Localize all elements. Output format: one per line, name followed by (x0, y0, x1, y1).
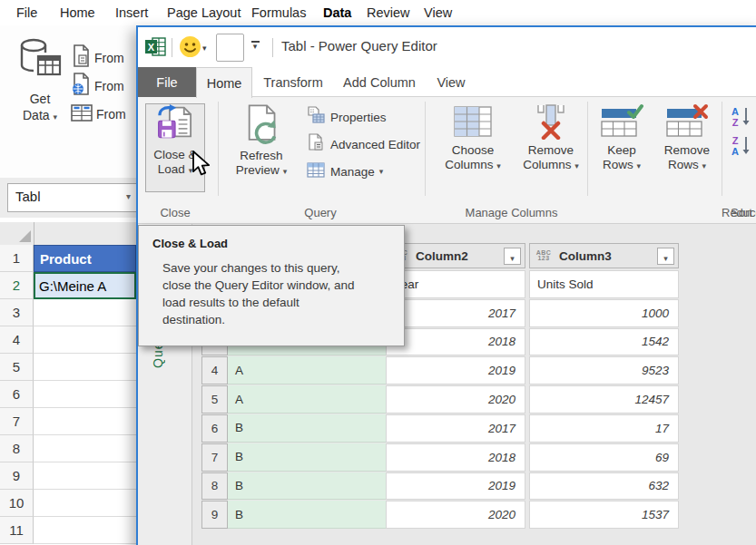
excel-row-number[interactable]: 3 (0, 299, 34, 326)
row-number[interactable]: 9 (201, 501, 228, 529)
cell-column2[interactable]: 2020 (386, 501, 525, 529)
cell-column3[interactable]: 9523 (529, 356, 679, 384)
excel-cell[interactable] (34, 381, 136, 408)
advanced-editor-button[interactable]: Advanced Editor (307, 132, 420, 156)
excel-tab-formulas[interactable]: Formulas (251, 5, 306, 20)
row-number[interactable]: 7 (201, 443, 228, 472)
qat-caret-icon: ▾ (250, 43, 260, 50)
cell-column1[interactable]: B (228, 501, 386, 529)
excel-row-number[interactable]: 8 (0, 435, 34, 462)
row-number[interactable]: 5 (201, 385, 228, 414)
remove-columns-button[interactable]: Remove Columns ▾ (515, 103, 587, 173)
cell-column3[interactable]: 1542 (529, 328, 679, 356)
smiley-caret-icon: ▾ (202, 44, 207, 53)
excel-cell[interactable] (34, 462, 136, 490)
pq-tab-add-column[interactable]: Add Column (341, 67, 417, 97)
excel-tab-page-layout[interactable]: Page Layout (167, 5, 241, 20)
excel-tab-insert[interactable]: Insert (115, 5, 148, 20)
cell-column2[interactable]: 2017 (386, 299, 525, 327)
select-all-corner[interactable] (0, 222, 34, 245)
feedback-smiley-button[interactable] (179, 35, 201, 62)
excel-tab-view[interactable]: View (424, 5, 452, 20)
pq-tab-view[interactable]: View (432, 67, 470, 97)
cell-column1[interactable]: A (228, 356, 386, 384)
excel-tab-file[interactable]: File (16, 5, 37, 20)
remove-rows-button[interactable]: Remove Rows ▾ (653, 103, 722, 173)
excel-tab-home[interactable]: Home (60, 5, 95, 20)
excel-row-number[interactable]: 5 (0, 354, 34, 381)
cell-column3[interactable]: 632 (529, 472, 679, 501)
excel-cell[interactable] (34, 435, 136, 462)
excel-row-number[interactable]: 11 (0, 517, 34, 544)
cell-column2[interactable]: 2017 (386, 414, 525, 443)
cell-column2[interactable]: 2018 (386, 443, 525, 472)
get-data-button[interactable]: Get Data ▾ (9, 38, 71, 145)
excel-ribbon-tabbar: File Home Insert Page Layout Formulas Da… (0, 0, 756, 25)
excel-cell[interactable] (34, 490, 136, 517)
cell-column3[interactable]: 17 (529, 414, 679, 443)
excel-row-number[interactable]: 4 (0, 326, 34, 354)
column2-filter-button[interactable]: ▾ (504, 248, 521, 265)
from-web-button[interactable]: From (71, 73, 124, 99)
cell-column2[interactable]: 2019 (386, 356, 525, 384)
name-box[interactable]: Tabl ▾ (7, 183, 137, 212)
excel-cell-a1[interactable]: Product (34, 245, 136, 272)
dropdown-caret-icon: ▾ (637, 161, 642, 170)
keep-rows-button[interactable]: Keep Rows ▾ (594, 103, 650, 173)
cell-column3[interactable]: Units Sold (529, 270, 679, 298)
cell-column1[interactable]: B (228, 472, 386, 501)
column2-header[interactable]: ABC123 Column2 ▾ (386, 243, 525, 268)
from-text-csv-button[interactable]: From (71, 45, 124, 71)
row-number[interactable]: 6 (201, 414, 228, 443)
excel-tab-review[interactable]: Review (367, 5, 410, 20)
column3-name: Column3 (559, 249, 612, 263)
sort-descending-button[interactable]: Z A (730, 134, 756, 158)
excel-tab-data[interactable]: Data (323, 5, 351, 20)
cell-column2[interactable]: 2020 (386, 385, 525, 414)
cell-column3[interactable]: 1537 (529, 501, 679, 529)
excel-cell[interactable] (34, 354, 136, 381)
column3-filter-button[interactable]: ▾ (657, 248, 674, 265)
pq-tab-transform[interactable]: Transform (261, 67, 325, 97)
excel-row-number[interactable]: 1 (0, 245, 34, 272)
row-number[interactable]: 8 (201, 472, 228, 501)
cell-column1[interactable]: B (228, 443, 386, 472)
refresh-preview-button[interactable]: Refresh Preview ▾ (225, 103, 298, 179)
excel-cell[interactable] (34, 299, 136, 326)
properties-icon (307, 106, 325, 128)
choose-columns-button[interactable]: Choose Columns ▾ (436, 103, 510, 173)
excel-cell[interactable] (34, 517, 136, 544)
sort-ascending-button[interactable]: A Z (730, 105, 756, 129)
cell-column2[interactable]: Year (386, 270, 525, 298)
row-number[interactable]: 4 (201, 356, 228, 384)
excel-row-number[interactable]: 6 (0, 381, 34, 408)
group-separator (587, 102, 588, 196)
cell-column1[interactable]: B (228, 414, 386, 443)
refresh-label-1: Refresh (225, 149, 298, 163)
excel-cell[interactable] (34, 326, 136, 354)
cell-column1[interactable]: A (228, 385, 386, 414)
cell-column3[interactable]: 69 (529, 443, 679, 472)
cell-column2[interactable]: 2019 (386, 472, 525, 501)
pq-tab-home[interactable]: Home (196, 67, 252, 98)
quick-access-button[interactable] (216, 34, 244, 62)
advanced-editor-label: Advanced Editor (330, 138, 420, 151)
quick-access-customize-button[interactable]: ▾ (250, 41, 260, 50)
from-table-range-button[interactable]: From (71, 102, 126, 127)
remove-rows-icon (665, 127, 709, 142)
excel-cell-a2-selected[interactable]: G:\Meine A (34, 272, 136, 299)
column3-header[interactable]: ABC123 Column3 ▾ (529, 243, 679, 268)
manage-button[interactable]: Manage ▾ (307, 160, 383, 183)
cell-column2[interactable]: 2018 (386, 328, 525, 356)
excel-row-number[interactable]: 7 (0, 408, 34, 435)
pq-ribbon: Close & Load ▾ Close Refresh Preview ▾ (138, 97, 756, 224)
excel-row-number[interactable]: 10 (0, 490, 34, 517)
excel-cell[interactable] (34, 408, 136, 435)
cell-column3[interactable]: 1000 (529, 299, 679, 327)
cell-column3[interactable]: 12457 (529, 385, 679, 414)
excel-row-number[interactable]: 9 (0, 462, 34, 490)
pq-tab-file[interactable]: File (138, 67, 196, 97)
properties-button[interactable]: Properties (307, 105, 387, 129)
excel-row-number[interactable]: 2 (0, 272, 34, 299)
mouse-cursor (191, 151, 214, 181)
